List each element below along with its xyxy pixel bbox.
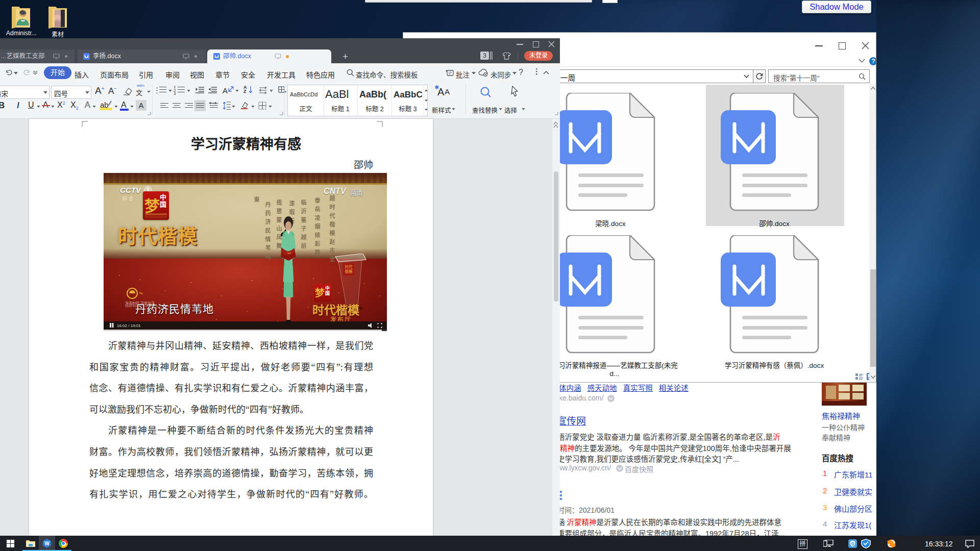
svg-text:²ⁿ: ²ⁿ (139, 291, 143, 296)
svg-text:W: W (44, 541, 50, 546)
svg-text:时代: 时代 (345, 264, 353, 269)
svg-text:S: S (851, 541, 854, 546)
svg-text:楷模: 楷模 (345, 269, 353, 274)
